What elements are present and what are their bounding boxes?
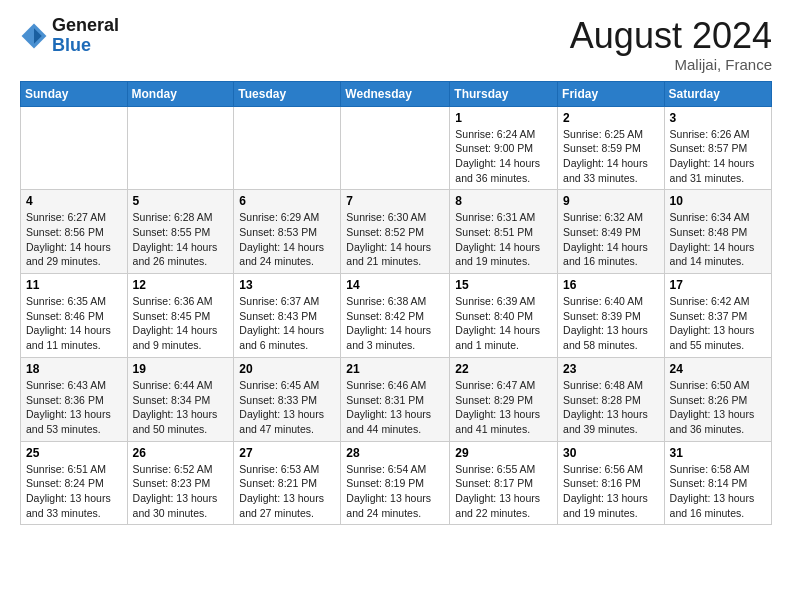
logo-text: General Blue [52,16,119,56]
calendar-cell: 9Sunrise: 6:32 AM Sunset: 8:49 PM Daylig… [558,190,665,274]
day-number: 22 [455,362,552,376]
calendar-cell: 26Sunrise: 6:52 AM Sunset: 8:23 PM Dayli… [127,441,234,525]
calendar-cell: 6Sunrise: 6:29 AM Sunset: 8:53 PM Daylig… [234,190,341,274]
month-title: August 2024 [570,16,772,56]
calendar-cell [127,106,234,190]
calendar-cell: 15Sunrise: 6:39 AM Sunset: 8:40 PM Dayli… [450,274,558,358]
day-info: Sunrise: 6:58 AM Sunset: 8:14 PM Dayligh… [670,462,766,521]
page: General Blue August 2024 Malijai, France… [0,0,792,612]
calendar-week-row: 1Sunrise: 6:24 AM Sunset: 9:00 PM Daylig… [21,106,772,190]
day-number: 19 [133,362,229,376]
day-number: 1 [455,111,552,125]
day-info: Sunrise: 6:48 AM Sunset: 8:28 PM Dayligh… [563,378,659,437]
calendar-body: 1Sunrise: 6:24 AM Sunset: 9:00 PM Daylig… [21,106,772,525]
calendar-cell: 16Sunrise: 6:40 AM Sunset: 8:39 PM Dayli… [558,274,665,358]
calendar-cell: 29Sunrise: 6:55 AM Sunset: 8:17 PM Dayli… [450,441,558,525]
day-info: Sunrise: 6:31 AM Sunset: 8:51 PM Dayligh… [455,210,552,269]
day-number: 13 [239,278,335,292]
day-info: Sunrise: 6:24 AM Sunset: 9:00 PM Dayligh… [455,127,552,186]
day-number: 12 [133,278,229,292]
day-number: 16 [563,278,659,292]
day-info: Sunrise: 6:47 AM Sunset: 8:29 PM Dayligh… [455,378,552,437]
calendar-week-row: 25Sunrise: 6:51 AM Sunset: 8:24 PM Dayli… [21,441,772,525]
weekday-header: Tuesday [234,81,341,106]
day-number: 21 [346,362,444,376]
day-number: 30 [563,446,659,460]
calendar-cell: 28Sunrise: 6:54 AM Sunset: 8:19 PM Dayli… [341,441,450,525]
day-info: Sunrise: 6:56 AM Sunset: 8:16 PM Dayligh… [563,462,659,521]
weekday-header: Saturday [664,81,771,106]
calendar-cell: 21Sunrise: 6:46 AM Sunset: 8:31 PM Dayli… [341,357,450,441]
calendar-cell: 30Sunrise: 6:56 AM Sunset: 8:16 PM Dayli… [558,441,665,525]
calendar-cell: 18Sunrise: 6:43 AM Sunset: 8:36 PM Dayli… [21,357,128,441]
day-info: Sunrise: 6:54 AM Sunset: 8:19 PM Dayligh… [346,462,444,521]
day-info: Sunrise: 6:44 AM Sunset: 8:34 PM Dayligh… [133,378,229,437]
day-info: Sunrise: 6:45 AM Sunset: 8:33 PM Dayligh… [239,378,335,437]
weekday-header: Sunday [21,81,128,106]
day-number: 17 [670,278,766,292]
day-info: Sunrise: 6:25 AM Sunset: 8:59 PM Dayligh… [563,127,659,186]
calendar-cell: 22Sunrise: 6:47 AM Sunset: 8:29 PM Dayli… [450,357,558,441]
calendar-cell [234,106,341,190]
calendar-cell: 5Sunrise: 6:28 AM Sunset: 8:55 PM Daylig… [127,190,234,274]
day-info: Sunrise: 6:27 AM Sunset: 8:56 PM Dayligh… [26,210,122,269]
day-info: Sunrise: 6:26 AM Sunset: 8:57 PM Dayligh… [670,127,766,186]
logo-blue: Blue [52,36,119,56]
calendar-cell [21,106,128,190]
calendar-cell: 3Sunrise: 6:26 AM Sunset: 8:57 PM Daylig… [664,106,771,190]
day-number: 4 [26,194,122,208]
weekday-row: SundayMondayTuesdayWednesdayThursdayFrid… [21,81,772,106]
calendar-cell: 17Sunrise: 6:42 AM Sunset: 8:37 PM Dayli… [664,274,771,358]
weekday-header: Monday [127,81,234,106]
day-number: 6 [239,194,335,208]
day-info: Sunrise: 6:53 AM Sunset: 8:21 PM Dayligh… [239,462,335,521]
logo-icon [20,22,48,50]
calendar-cell: 31Sunrise: 6:58 AM Sunset: 8:14 PM Dayli… [664,441,771,525]
day-number: 9 [563,194,659,208]
day-number: 5 [133,194,229,208]
calendar-week-row: 11Sunrise: 6:35 AM Sunset: 8:46 PM Dayli… [21,274,772,358]
day-number: 25 [26,446,122,460]
day-number: 20 [239,362,335,376]
day-number: 10 [670,194,766,208]
day-info: Sunrise: 6:52 AM Sunset: 8:23 PM Dayligh… [133,462,229,521]
location: Malijai, France [570,56,772,73]
day-info: Sunrise: 6:28 AM Sunset: 8:55 PM Dayligh… [133,210,229,269]
calendar-week-row: 4Sunrise: 6:27 AM Sunset: 8:56 PM Daylig… [21,190,772,274]
day-info: Sunrise: 6:46 AM Sunset: 8:31 PM Dayligh… [346,378,444,437]
calendar-cell: 24Sunrise: 6:50 AM Sunset: 8:26 PM Dayli… [664,357,771,441]
calendar-cell: 20Sunrise: 6:45 AM Sunset: 8:33 PM Dayli… [234,357,341,441]
day-info: Sunrise: 6:35 AM Sunset: 8:46 PM Dayligh… [26,294,122,353]
calendar-cell: 14Sunrise: 6:38 AM Sunset: 8:42 PM Dayli… [341,274,450,358]
calendar-cell: 10Sunrise: 6:34 AM Sunset: 8:48 PM Dayli… [664,190,771,274]
day-number: 8 [455,194,552,208]
calendar-header: SundayMondayTuesdayWednesdayThursdayFrid… [21,81,772,106]
day-info: Sunrise: 6:34 AM Sunset: 8:48 PM Dayligh… [670,210,766,269]
calendar-cell: 4Sunrise: 6:27 AM Sunset: 8:56 PM Daylig… [21,190,128,274]
day-info: Sunrise: 6:36 AM Sunset: 8:45 PM Dayligh… [133,294,229,353]
day-number: 7 [346,194,444,208]
weekday-header: Friday [558,81,665,106]
weekday-header: Thursday [450,81,558,106]
calendar-cell: 25Sunrise: 6:51 AM Sunset: 8:24 PM Dayli… [21,441,128,525]
calendar-cell: 1Sunrise: 6:24 AM Sunset: 9:00 PM Daylig… [450,106,558,190]
calendar-cell: 19Sunrise: 6:44 AM Sunset: 8:34 PM Dayli… [127,357,234,441]
day-number: 31 [670,446,766,460]
calendar-cell: 7Sunrise: 6:30 AM Sunset: 8:52 PM Daylig… [341,190,450,274]
day-info: Sunrise: 6:29 AM Sunset: 8:53 PM Dayligh… [239,210,335,269]
day-info: Sunrise: 6:55 AM Sunset: 8:17 PM Dayligh… [455,462,552,521]
day-number: 29 [455,446,552,460]
logo-general: General [52,16,119,36]
calendar-cell: 27Sunrise: 6:53 AM Sunset: 8:21 PM Dayli… [234,441,341,525]
calendar-cell: 11Sunrise: 6:35 AM Sunset: 8:46 PM Dayli… [21,274,128,358]
day-info: Sunrise: 6:43 AM Sunset: 8:36 PM Dayligh… [26,378,122,437]
calendar-cell: 12Sunrise: 6:36 AM Sunset: 8:45 PM Dayli… [127,274,234,358]
day-number: 26 [133,446,229,460]
day-number: 11 [26,278,122,292]
day-number: 2 [563,111,659,125]
header: General Blue August 2024 Malijai, France [20,16,772,73]
calendar-week-row: 18Sunrise: 6:43 AM Sunset: 8:36 PM Dayli… [21,357,772,441]
day-info: Sunrise: 6:50 AM Sunset: 8:26 PM Dayligh… [670,378,766,437]
day-info: Sunrise: 6:37 AM Sunset: 8:43 PM Dayligh… [239,294,335,353]
day-info: Sunrise: 6:42 AM Sunset: 8:37 PM Dayligh… [670,294,766,353]
